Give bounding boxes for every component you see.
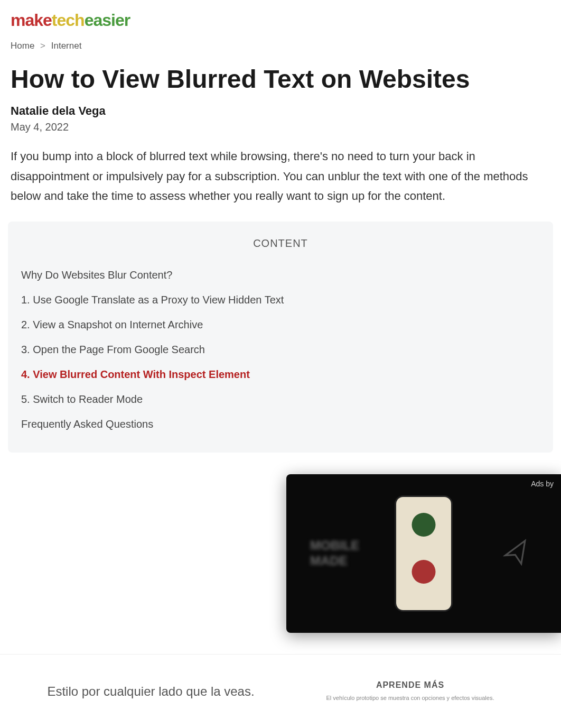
article-intro: If you bump into a block of blurred text… (0, 146, 561, 222)
publish-date: May 4, 2022 (0, 118, 561, 146)
toc-item-internet-archive[interactable]: 2. View a Snapshot on Internet Archive (21, 312, 540, 337)
logo-part-make: make (11, 11, 52, 30)
toc-item-inspect-element[interactable]: 4. View Blurred Content With Inspect Ele… (21, 362, 540, 387)
table-of-contents: CONTENT Why Do Websites Blur Content? 1.… (8, 222, 553, 453)
toc-heading: CONTENT (21, 237, 540, 250)
breadcrumb-category[interactable]: Internet (51, 41, 82, 51)
toc-item-google-search[interactable]: 3. Open the Page From Google Search (21, 337, 540, 362)
page-title: How to View Blurred Text on Websites (0, 57, 561, 104)
toc-item-google-translate[interactable]: 1. Use Google Translate as a Proxy to Vi… (21, 288, 540, 312)
toc-item-faq[interactable]: Frequently Asked Questions (21, 412, 540, 437)
toc-item-reader-mode[interactable]: 5. Switch to Reader Mode (21, 387, 540, 412)
breadcrumb-separator: > (40, 41, 45, 51)
logo-part-easier: easier (85, 11, 130, 30)
toc-item-why-blur[interactable]: Why Do Websites Blur Content? (21, 263, 540, 288)
breadcrumb: Home > Internet (0, 35, 561, 57)
site-logo[interactable]: maketecheasier (0, 0, 561, 35)
breadcrumb-home[interactable]: Home (11, 41, 34, 51)
author-name[interactable]: Natalie dela Vega (0, 104, 561, 118)
logo-part-tech: tech (52, 11, 85, 30)
